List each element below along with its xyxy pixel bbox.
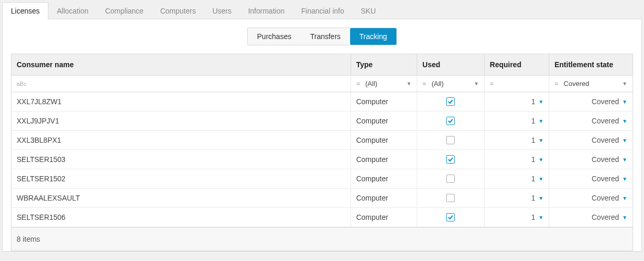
cell-required[interactable]: 1▼ xyxy=(485,189,549,207)
tab-users[interactable]: Users xyxy=(204,3,240,19)
chevron-down-icon: ▼ xyxy=(622,176,627,182)
cell-consumer-name: XXL3BL8PX1 xyxy=(11,131,351,150)
cell-required[interactable]: 1▼ xyxy=(485,169,549,188)
filter-used-value: (All) xyxy=(432,80,471,88)
chevron-down-icon: ▼ xyxy=(538,195,544,201)
col-entitlement-state[interactable]: Entitlement state xyxy=(549,54,633,75)
cell-type: Computer xyxy=(351,131,417,150)
cell-type: Computer xyxy=(351,111,417,130)
cell-used[interactable] xyxy=(417,92,484,111)
tab-compliance[interactable]: Compliance xyxy=(97,3,152,19)
tab-computers[interactable]: Computers xyxy=(152,3,204,19)
checkbox-icon[interactable] xyxy=(446,97,455,106)
filter-used[interactable]: = (All) ▼ xyxy=(417,76,484,92)
subtab-transfers[interactable]: Transfers xyxy=(301,28,350,45)
chevron-down-icon: ▼ xyxy=(538,157,544,163)
table-row[interactable]: SELTSER1506Computer1▼Covered▼ xyxy=(11,208,633,227)
table-row[interactable]: SELTSER1502Computer1▼Covered▼ xyxy=(11,169,633,189)
checkbox-icon[interactable] xyxy=(446,213,455,221)
cell-consumer-name: WBRAALEXSAULT xyxy=(11,189,351,207)
cell-used[interactable] xyxy=(417,189,484,207)
tab-financial-info[interactable]: Financial info xyxy=(293,3,353,19)
table-row[interactable]: SELTSER1503Computer1▼Covered▼ xyxy=(11,150,633,169)
cell-used[interactable] xyxy=(417,131,484,150)
filter-required[interactable]: = xyxy=(485,76,549,92)
subtab-purchases[interactable]: Purchases xyxy=(248,28,301,45)
col-type[interactable]: Type xyxy=(351,54,417,75)
cell-type: Computer xyxy=(351,92,417,111)
cell-type: Computer xyxy=(351,169,417,188)
cell-entitlement[interactable]: Covered▼ xyxy=(549,131,633,150)
checkbox-icon[interactable] xyxy=(446,155,455,164)
cell-consumer-name: SELTSER1502 xyxy=(11,169,351,188)
chevron-down-icon: ▼ xyxy=(622,99,627,105)
chevron-down-icon: ▼ xyxy=(406,81,411,86)
cell-entitlement[interactable]: Covered▼ xyxy=(549,169,633,188)
cell-entitlement[interactable]: Covered▼ xyxy=(549,189,633,207)
table-row[interactable]: WBRAALEXSAULTComputer1▼Covered▼ xyxy=(11,189,633,208)
cell-entitlement[interactable]: Covered▼ xyxy=(549,111,633,130)
checkbox-icon[interactable] xyxy=(446,175,455,183)
grid-filter-row: aBc = (All) ▼ = (All) ▼ = = xyxy=(11,76,633,92)
col-used[interactable]: Used xyxy=(417,54,484,75)
cell-required[interactable]: 1▼ xyxy=(485,208,549,227)
cell-required[interactable]: 1▼ xyxy=(485,92,549,111)
equals-icon: = xyxy=(422,80,427,88)
filter-entitlement[interactable]: = Covered ▼ xyxy=(549,76,633,92)
checkbox-icon[interactable] xyxy=(446,136,455,144)
cell-used[interactable] xyxy=(417,169,484,188)
cell-used[interactable] xyxy=(417,208,484,227)
checkbox-icon[interactable] xyxy=(446,194,455,202)
chevron-down-icon: ▼ xyxy=(474,81,479,86)
cell-entitlement[interactable]: Covered▼ xyxy=(549,150,633,169)
tab-licenses[interactable]: Licenses xyxy=(2,2,48,19)
chevron-down-icon: ▼ xyxy=(622,215,627,220)
tab-allocation[interactable]: Allocation xyxy=(48,3,97,19)
chevron-down-icon: ▼ xyxy=(538,176,544,182)
cell-required[interactable]: 1▼ xyxy=(485,150,549,169)
tab-panel: PurchasesTransfersTracking Consumer name… xyxy=(2,19,642,252)
cell-used[interactable] xyxy=(417,111,484,130)
col-consumer-name[interactable]: Consumer name xyxy=(11,54,351,75)
cell-required[interactable]: 1▼ xyxy=(485,111,549,130)
checkbox-icon[interactable] xyxy=(446,117,455,125)
tab-sku[interactable]: SKU xyxy=(352,3,384,19)
subtab-group: PurchasesTransfersTracking xyxy=(247,28,397,45)
cell-consumer-name: SELTSER1503 xyxy=(11,150,351,169)
table-row[interactable]: XXLJ9JPJV1Computer1▼Covered▼ xyxy=(11,111,633,131)
equals-icon: = xyxy=(555,80,559,88)
tracking-grid: Consumer name Type Used Required Entitle… xyxy=(11,54,633,251)
equals-icon: = xyxy=(356,80,360,88)
chevron-down-icon: ▼ xyxy=(622,118,627,124)
chevron-down-icon: ▼ xyxy=(622,157,627,163)
grid-footer: 8 items xyxy=(11,227,633,251)
chevron-down-icon: ▼ xyxy=(538,215,544,220)
cell-required[interactable]: 1▼ xyxy=(485,131,549,150)
cell-consumer-name: XXLJ9JPJV1 xyxy=(11,111,351,130)
subtab-tracking[interactable]: Tracking xyxy=(350,28,396,45)
table-row[interactable]: XXL7JL8ZW1Computer1▼Covered▼ xyxy=(11,92,633,111)
table-row[interactable]: XXL3BL8PX1Computer1▼Covered▼ xyxy=(11,131,633,150)
cell-used[interactable] xyxy=(417,150,484,169)
equals-icon: = xyxy=(490,80,494,88)
filter-type-value: (All) xyxy=(365,80,403,88)
cell-consumer-name: SELTSER1506 xyxy=(11,208,351,227)
filter-consumer-name[interactable]: aBc xyxy=(11,76,351,92)
filter-entitlement-value: Covered xyxy=(564,80,620,88)
cell-entitlement[interactable]: Covered▼ xyxy=(549,92,633,111)
cell-type: Computer xyxy=(351,208,417,227)
chevron-down-icon: ▼ xyxy=(622,81,627,86)
chevron-down-icon: ▼ xyxy=(622,195,627,201)
col-required[interactable]: Required xyxy=(485,54,549,75)
cell-consumer-name: XXL7JL8ZW1 xyxy=(11,92,351,111)
chevron-down-icon: ▼ xyxy=(622,138,627,143)
grid-header: Consumer name Type Used Required Entitle… xyxy=(11,54,633,76)
cell-type: Computer xyxy=(351,189,417,207)
tab-information[interactable]: Information xyxy=(240,3,293,19)
cell-type: Computer xyxy=(351,150,417,169)
cell-entitlement[interactable]: Covered▼ xyxy=(549,208,633,227)
main-tabstrip: LicensesAllocationComplianceComputersUse… xyxy=(2,2,642,19)
chevron-down-icon: ▼ xyxy=(538,99,544,105)
text-icon: aBc xyxy=(17,81,27,87)
filter-type[interactable]: = (All) ▼ xyxy=(351,76,417,92)
